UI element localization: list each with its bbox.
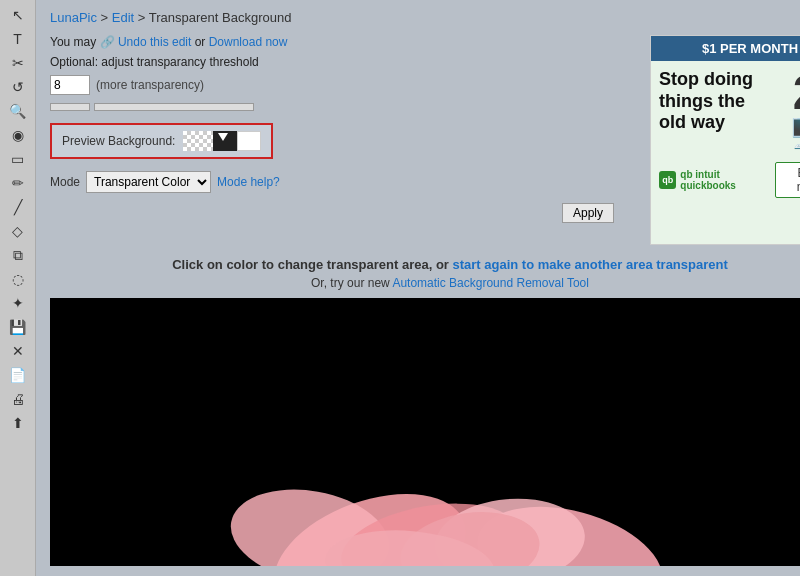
- instruction-text: Click on color to change transparent are…: [50, 257, 800, 272]
- pointer-tool[interactable]: ↖: [4, 4, 32, 26]
- info-line2: Optional: adjust transparancy threshold: [50, 55, 634, 69]
- breadcrumb-edit[interactable]: Edit: [112, 10, 134, 25]
- file-tool[interactable]: 📄: [4, 364, 32, 386]
- threshold-input[interactable]: [50, 75, 90, 95]
- info-line1: You may 🔗 Undo this edit or Download now: [50, 35, 634, 49]
- rose-svg: [50, 426, 800, 566]
- breadcrumb-page: Transparent Background: [149, 10, 292, 25]
- info-mid: or: [195, 35, 209, 49]
- color-tool[interactable]: ◉: [4, 124, 32, 146]
- threshold-row: (more transparency): [50, 75, 634, 95]
- ad-top-bar: $1 PER MONTH: [651, 36, 800, 61]
- instruction-sub: Or, try our new Automatic Background Rem…: [50, 276, 800, 290]
- ad-content: Stop doing things the old way 2 🖥️: [651, 61, 800, 158]
- threshold-label: (more transparency): [96, 78, 204, 92]
- slider-row: [50, 103, 634, 111]
- ad-panel: $1 PER MONTH ✕ Stop doing things the old…: [650, 35, 800, 245]
- mode-row: Mode Transparent Color Replace Color Mod…: [50, 171, 634, 193]
- preview-label: Preview Background:: [62, 134, 175, 148]
- eraser-tool[interactable]: ╱: [4, 196, 32, 218]
- breadcrumb-lunapic[interactable]: LunaPic: [50, 10, 97, 25]
- ad-footer: qb qb intuit quickbooks Buy now: [651, 158, 800, 202]
- breadcrumb-sep1: >: [101, 10, 112, 25]
- swatch-checker[interactable]: [183, 131, 213, 151]
- toolbar-sidebar: ↖ T ✂ ↺ 🔍 ◉ ▭ ✏ ╱ ◇ ⧉ ◌ ✦ 💾 ✕ 📄 🖨 ⬆: [0, 0, 36, 576]
- apply-button[interactable]: Apply: [562, 203, 614, 223]
- brush-tool[interactable]: ✏: [4, 172, 32, 194]
- ad-number: 2: [793, 69, 800, 117]
- rotate-tool[interactable]: ↺: [4, 76, 32, 98]
- ad-logo-icon: qb: [659, 171, 676, 189]
- mode-help-link[interactable]: Mode help?: [217, 175, 280, 189]
- close-tool[interactable]: ✕: [4, 340, 32, 362]
- crop-tool[interactable]: ✂: [4, 52, 32, 74]
- ad-img-col: 2 🖥️: [771, 69, 800, 150]
- breadcrumb: LunaPic > Edit > Transparent Background: [50, 10, 800, 25]
- effects-tool[interactable]: ✦: [4, 292, 32, 314]
- print-tool[interactable]: 🖨: [4, 388, 32, 410]
- auto-tool-link[interactable]: Automatic Background Removal Tool: [392, 276, 589, 290]
- shape-tool[interactable]: ◇: [4, 220, 32, 242]
- instruction-main: Click on color to change transparent are…: [172, 257, 449, 272]
- or-text: Or, try our new: [311, 276, 390, 290]
- slider-left[interactable]: [50, 103, 90, 111]
- start-again-link[interactable]: start again to make another area transpa…: [453, 257, 728, 272]
- ad-buy-button[interactable]: Buy now: [775, 162, 800, 198]
- select-tool[interactable]: ◌: [4, 268, 32, 290]
- slider-right[interactable]: [94, 103, 254, 111]
- share-tool[interactable]: ⬆: [4, 412, 32, 434]
- content-row: You may 🔗 Undo this edit or Download now…: [50, 35, 800, 245]
- apply-row: Apply: [50, 203, 634, 223]
- mode-select[interactable]: Transparent Color Replace Color: [86, 171, 211, 193]
- ad-computer-icon: 🖥️: [789, 117, 801, 150]
- image-preview: [50, 298, 800, 566]
- preview-bg-box: Preview Background:: [50, 123, 273, 159]
- save-tool[interactable]: 💾: [4, 316, 32, 338]
- ad-logo: qb qb intuit quickbooks: [659, 169, 775, 191]
- undo-icon: 🔗: [100, 35, 115, 49]
- mode-label: Mode: [50, 175, 80, 189]
- rect-tool[interactable]: ▭: [4, 148, 32, 170]
- ad-logo-text: qb intuit quickbooks: [680, 169, 774, 191]
- swatch-black[interactable]: [213, 131, 237, 151]
- preview-swatches: [183, 131, 261, 151]
- ad-container: $1 PER MONTH ✕ Stop doing things the old…: [650, 35, 800, 245]
- download-link[interactable]: Download now: [209, 35, 288, 49]
- info-prefix: You may: [50, 35, 100, 49]
- ad-headline: Stop doing things the old way: [659, 69, 765, 134]
- breadcrumb-sep2: >: [138, 10, 149, 25]
- undo-link[interactable]: Undo this edit: [118, 35, 191, 49]
- ad-text-col: Stop doing things the old way: [659, 69, 765, 150]
- text-tool[interactable]: T: [4, 28, 32, 50]
- main-content: LunaPic > Edit > Transparent Background …: [36, 0, 800, 576]
- swatch-white[interactable]: [237, 131, 261, 151]
- zoom-tool[interactable]: 🔍: [4, 100, 32, 122]
- copy-tool[interactable]: ⧉: [4, 244, 32, 266]
- left-panel: You may 🔗 Undo this edit or Download now…: [50, 35, 634, 245]
